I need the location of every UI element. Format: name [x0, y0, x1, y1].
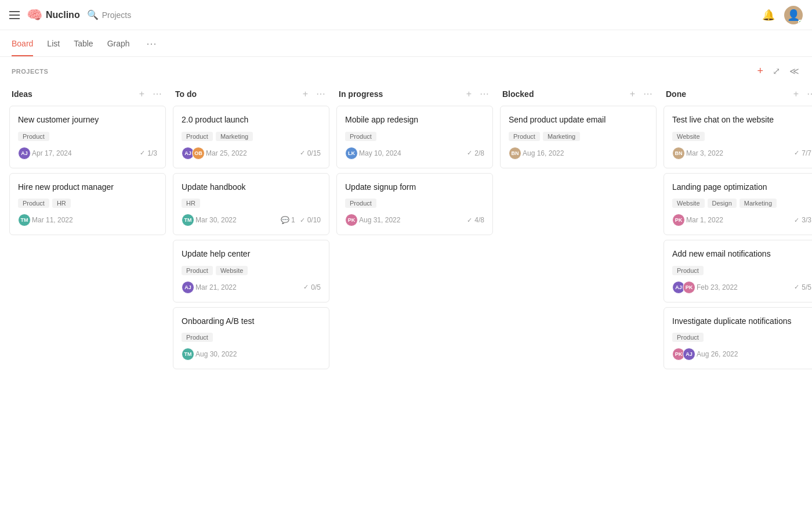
column-add-btn-done[interactable]: + — [792, 88, 800, 100]
progress-value: 2/8 — [474, 149, 484, 157]
tab-board[interactable]: Board — [12, 31, 33, 56]
card-avatars: AJ — [18, 147, 28, 160]
column-more-btn-done[interactable]: ⋯ — [805, 88, 812, 100]
column-more-btn-ideas[interactable]: ⋯ — [151, 88, 164, 100]
card-tags-c4: HR — [182, 199, 321, 208]
avatar: PK — [672, 214, 685, 226]
card-c1[interactable]: New customer journeyProductAJApr 17, 202… — [9, 106, 166, 168]
card-meta-c9: BNAug 16, 2022 — [509, 147, 564, 160]
avatar: AJ — [683, 348, 695, 361]
card-meta-c12: AJPKFeb 23, 2022 — [672, 281, 738, 294]
card-c9[interactable]: Send product update emailProductMarketin… — [500, 106, 657, 168]
column-title-todo: To do — [175, 89, 197, 99]
column-inprogress: In progress + ⋯ Mobile app redesignProdu… — [336, 83, 493, 240]
card-title-c6: Onboarding A/B test — [182, 316, 321, 327]
card-date-c9: Aug 16, 2022 — [523, 149, 564, 157]
card-progress-c5: ✓0/5 — [303, 283, 321, 291]
card-tags-c6: Product — [182, 333, 321, 342]
checkmark-icon: ✓ — [794, 149, 799, 157]
notifications-bell[interactable]: 🔔 — [762, 9, 775, 21]
card-c10[interactable]: Test live chat on the websiteWebsiteBNMa… — [664, 106, 812, 168]
column-more-btn-inprogress[interactable]: ⋯ — [478, 88, 491, 100]
card-meta-c4: TMMar 30, 2022 — [182, 214, 237, 226]
card-c4[interactable]: Update handbookHRTMMar 30, 2022💬1✓0/10 — [173, 173, 329, 236]
card-c7[interactable]: Mobile app redesignProductLKMay 10, 2024… — [336, 106, 493, 168]
card-tags-c12: Product — [672, 266, 811, 275]
checkmark-icon: ✓ — [303, 283, 309, 291]
card-c11[interactable]: Landing page optimizationWebsiteDesignMa… — [664, 173, 812, 236]
card-date-c11: Mar 1, 2022 — [686, 216, 723, 224]
column-add-btn-blocked[interactable]: + — [628, 88, 637, 100]
card-avatars: PK — [672, 214, 683, 226]
logo: 🧠 Nuclino — [27, 8, 80, 23]
avatar: AJ — [182, 281, 194, 294]
card-c12[interactable]: Add new email notificationsProductAJPKFe… — [664, 240, 812, 302]
column-header-ideas: Ideas + ⋯ — [9, 83, 166, 106]
card-title-c2: Hire new product manager — [18, 182, 157, 193]
card-title-c10: Test live chat on the website — [672, 114, 811, 126]
card-c3[interactable]: 2.0 product launchProductMarketingAJOBMa… — [173, 106, 329, 168]
main-content: PROJECTS + ⤢ ≪ Ideas + ⋯ New customer jo… — [0, 57, 812, 508]
card-title-c4: Update handbook — [182, 182, 321, 193]
board: Ideas + ⋯ New customer journeyProductAJA… — [9, 83, 812, 374]
tag-label: Product — [345, 199, 376, 208]
tabs-more-button[interactable]: ⋯ — [146, 37, 157, 50]
tab-table[interactable]: Table — [74, 31, 93, 56]
column-actions-ideas: + ⋯ — [137, 88, 164, 100]
card-tags-c10: Website — [672, 132, 811, 141]
projects-section-title: PROJECTS — [12, 68, 48, 75]
card-c5[interactable]: Update help centerProductWebsiteAJMar 21… — [173, 240, 329, 302]
card-meta-c10: BNMar 3, 2022 — [672, 147, 723, 160]
card-meta-c11: PKMar 1, 2022 — [672, 214, 723, 226]
card-avatars: AJOB — [182, 147, 202, 160]
tab-graph[interactable]: Graph — [107, 31, 130, 56]
progress-value: 0/10 — [307, 216, 321, 224]
card-title-c7: Mobile app redesign — [345, 114, 484, 126]
column-actions-inprogress: + ⋯ — [465, 88, 491, 100]
expand-button[interactable]: ⤢ — [771, 64, 781, 78]
card-c2[interactable]: Hire new product managerProductHRTMMar 1… — [9, 173, 166, 236]
card-c13[interactable]: Investigate duplicate notificationsProdu… — [664, 307, 812, 370]
card-c8[interactable]: Update signup formProductPKAug 31, 2022✓… — [336, 173, 493, 236]
column-more-btn-todo[interactable]: ⋯ — [314, 88, 327, 100]
hamburger-menu[interactable] — [9, 11, 20, 19]
card-date-c7: May 10, 2024 — [359, 149, 401, 157]
column-more-btn-blocked[interactable]: ⋯ — [641, 88, 654, 100]
card-title-c5: Update help center — [182, 248, 321, 260]
card-right-meta: ✓2/8 — [467, 149, 484, 157]
card-progress-c3: ✓0/15 — [300, 149, 321, 157]
card-progress-c11: ✓3/3 — [794, 216, 811, 224]
column-add-btn-ideas[interactable]: + — [137, 88, 146, 100]
tag-label: Product — [182, 132, 213, 141]
add-project-button[interactable]: + — [756, 64, 764, 78]
checkmark-icon: ✓ — [300, 149, 305, 157]
column-add-btn-todo[interactable]: + — [301, 88, 310, 100]
column-title-ideas: Ideas — [12, 89, 32, 99]
avatar: TM — [182, 214, 194, 226]
card-tags-c7: Product — [345, 132, 484, 141]
collapse-button[interactable]: ≪ — [788, 64, 800, 78]
search-bar[interactable]: 🔍 Projects — [87, 9, 132, 20]
tag-label: Product — [672, 333, 704, 342]
logo-text: Nuclino — [46, 10, 80, 20]
card-right-meta: ✓5/5 — [794, 283, 811, 291]
tag-label: HR — [182, 199, 200, 208]
progress-value: 0/15 — [307, 149, 321, 157]
user-avatar[interactable]: 👤 — [784, 6, 803, 24]
column-header-done: Done + ⋯ — [664, 83, 812, 106]
column-add-btn-inprogress[interactable]: + — [465, 88, 473, 100]
column-title-done: Done — [666, 89, 686, 99]
card-progress-c8: ✓4/8 — [467, 216, 484, 224]
tag-label: Marketing — [740, 199, 777, 208]
card-date-c1: Apr 17, 2024 — [32, 149, 72, 157]
avatar: TM — [18, 214, 31, 226]
card-meta-c1: AJApr 17, 2024 — [18, 147, 72, 160]
card-tags-c1: Product — [18, 132, 157, 141]
card-c6[interactable]: Onboarding A/B testProductTMAug 30, 2022 — [173, 307, 329, 370]
card-progress-c7: ✓2/8 — [467, 149, 484, 157]
card-date-c3: Mar 25, 2022 — [206, 149, 247, 157]
comment-number: 1 — [291, 216, 295, 224]
tag-label: Product — [18, 199, 49, 208]
tab-list[interactable]: List — [47, 31, 60, 56]
progress-value: 5/5 — [802, 283, 811, 291]
